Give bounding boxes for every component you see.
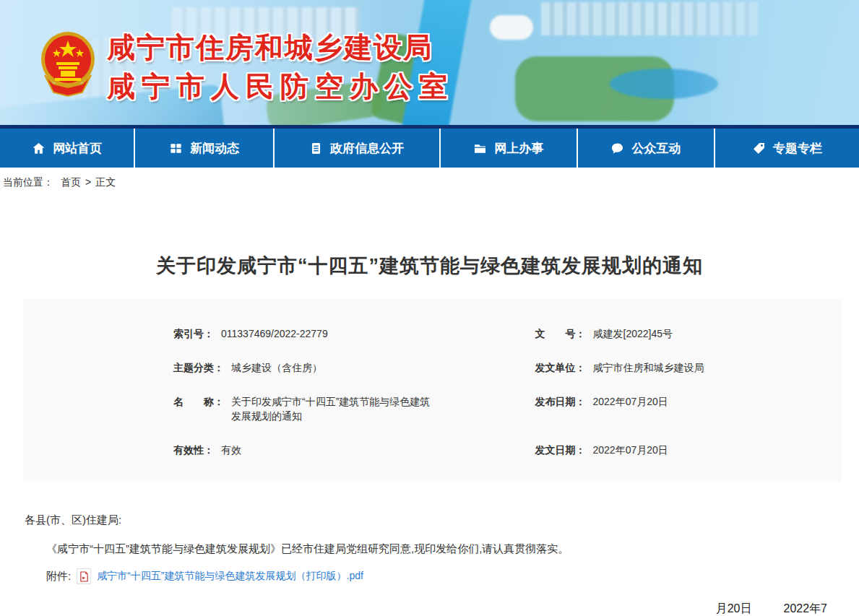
document-icon xyxy=(309,142,323,155)
meta-row-doc-number: 文 号： 咸建发[2022]45号 xyxy=(433,326,842,341)
nav-item-label: 网站首页 xyxy=(53,140,102,157)
breadcrumb-home-link[interactable]: 首页 xyxy=(61,176,81,188)
meta-value: 2022年07月20日 xyxy=(593,394,668,409)
date-part-1: 月20日 xyxy=(716,602,752,616)
home-icon xyxy=(32,142,46,155)
date-part-2: 2022年7 xyxy=(784,602,828,616)
chat-icon xyxy=(610,142,624,155)
attachment-link[interactable]: 咸宁市“十四五”建筑节能与绿色建筑发展规划（打印版）.pdf xyxy=(97,570,363,583)
breadcrumb: 当前位置：首页>正文 xyxy=(0,168,859,189)
header-banner: 咸宁市住房和城乡建设局 咸宁市人民防空办公室 xyxy=(0,0,859,125)
meta-label: 发文单位： xyxy=(535,360,586,375)
nav-item-public-interaction[interactable]: 公众互动 xyxy=(577,129,714,168)
nav-item-label: 政府信息公开 xyxy=(330,140,404,157)
nav-item-home[interactable]: 网站首页 xyxy=(0,129,134,168)
main-nav: 网站首页 新闻动态 政府信息公开 网上办事 公众互动 专题专栏 xyxy=(0,125,859,168)
nav-item-label: 网上办事 xyxy=(494,140,543,157)
meta-row-name: 名 称： 关于印发咸宁市“十四五”建筑节能与绿色建筑发展规划的通知 xyxy=(23,394,433,423)
meta-value: 城乡建设（含住房） xyxy=(231,360,322,375)
meta-label: 发布日期： xyxy=(535,394,586,409)
meta-row-validity: 有效性： 有效 xyxy=(23,443,433,457)
grid-icon xyxy=(169,142,183,155)
body-paragraph: 《咸宁市“十四五”建筑节能与绿色建筑发展规划》已经市住建局党组研究同意,现印发给… xyxy=(25,541,834,557)
org-name-line2: 咸宁市人民防空办公室 xyxy=(107,69,454,104)
document-date: 月20日 2022年7 xyxy=(25,602,834,616)
meta-row-publish-date: 发布日期： 2022年07月20日 xyxy=(433,394,842,423)
breadcrumb-current: 正文 xyxy=(95,176,116,188)
meta-row-topic-category: 主题分类： 城乡建设（含住房） xyxy=(23,360,433,375)
meta-row-index-number: 索引号： 011337469/2022-22779 xyxy=(23,326,433,341)
meta-label: 索引号： xyxy=(173,326,214,341)
meta-label: 名 称： xyxy=(173,394,224,409)
org-name-line1: 咸宁市住房和城乡建设局 xyxy=(107,30,454,65)
tag-icon xyxy=(752,142,766,155)
salutation: 各县(市、区)住建局: xyxy=(25,512,834,528)
meta-value: 011337469/2022-22779 xyxy=(221,326,328,341)
document-meta-panel: 索引号： 011337469/2022-22779 文 号： 咸建发[2022]… xyxy=(23,299,842,482)
document-body: 各县(市、区)住建局: 《咸宁市“十四五”建筑节能与绿色建筑发展规划》已经市住建… xyxy=(25,512,834,616)
meta-label: 发文日期： xyxy=(535,443,586,457)
meta-value: 关于印发咸宁市“十四五”建筑节能与绿色建筑发展规划的通知 xyxy=(231,394,433,423)
meta-value: 有效 xyxy=(221,443,241,457)
nav-item-online-services[interactable]: 网上办事 xyxy=(439,129,577,168)
meta-value: 咸宁市住房和城乡建设局 xyxy=(593,360,704,375)
attachment-label: 附件: xyxy=(46,570,71,584)
meta-value: 咸建发[2022]45号 xyxy=(593,326,673,341)
nav-item-news[interactable]: 新闻动态 xyxy=(134,129,273,168)
page-title: 关于印发咸宁市“十四五”建筑节能与绿色建筑发展规划的通知 xyxy=(0,253,859,279)
meta-row-issuing-unit: 发文单位： 咸宁市住房和城乡建设局 xyxy=(433,360,842,375)
meta-value: 2022年07月20日 xyxy=(593,443,668,457)
nav-item-gov-info[interactable]: 政府信息公开 xyxy=(273,129,439,168)
meta-label: 主题分类： xyxy=(173,360,224,375)
meta-label: 文 号： xyxy=(535,326,586,341)
nav-item-label: 新闻动态 xyxy=(190,140,239,157)
attachment-row: 附件: 咸宁市“十四五”建筑节能与绿色建筑发展规划（打印版）.pdf xyxy=(46,568,834,584)
nav-item-label: 专题专栏 xyxy=(773,140,822,157)
breadcrumb-separator: > xyxy=(85,176,91,188)
folder-icon xyxy=(473,142,487,155)
national-emblem-icon xyxy=(39,30,97,97)
meta-row-issue-date: 发文日期： 2022年07月20日 xyxy=(433,443,842,457)
nav-item-special-topics[interactable]: 专题专栏 xyxy=(714,129,859,168)
meta-label: 有效性： xyxy=(173,443,214,457)
breadcrumb-prefix: 当前位置： xyxy=(3,176,53,188)
nav-item-label: 公众互动 xyxy=(631,140,681,157)
pdf-file-icon xyxy=(77,568,91,584)
